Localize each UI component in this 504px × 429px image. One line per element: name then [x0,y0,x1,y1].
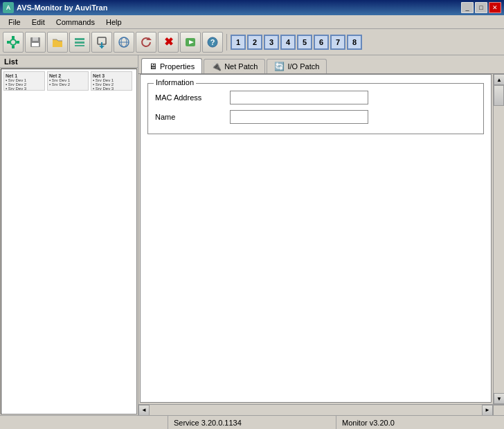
menu-file[interactable]: File [3,17,26,28]
toolbar-stop-btn[interactable]: ✖ [158,32,179,53]
status-right-text: Monitor v3.20.0 [342,419,395,427]
h-scroll-track[interactable] [150,405,482,416]
main-area: List Net 1 ▪ Srv Dev 1 ▪ Srv Dev 2 ▪ Srv… [0,55,504,415]
toolbar-num-5[interactable]: 5 [297,35,312,50]
toolbar-run-btn[interactable] [180,32,201,53]
toolbar-num-1[interactable]: 1 [231,35,246,50]
horizontal-scrollbar-area: ◄ ► [138,404,504,415]
status-left [0,416,168,429]
name-label: Name [155,113,224,121]
mac-address-row: MAC Address [155,91,476,104]
close-button[interactable]: ✕ [489,2,501,13]
tab-properties[interactable]: 🖥 Properties [141,58,202,73]
scroll-thumb[interactable] [494,85,504,106]
toolbar-help-btn[interactable]: ? [202,32,223,53]
svg-rect-2 [12,46,15,48]
svg-rect-10 [75,45,84,46]
svg-rect-7 [32,43,39,46]
scroll-up-button[interactable]: ▲ [494,74,504,85]
toolbar-num-8[interactable]: 8 [347,35,362,50]
list-header: List [0,55,138,68]
io-patch-tab-icon: 🔄 [274,62,285,71]
status-bar: Service 3.20.0.1134 Monitor v3.20.0 [0,415,504,429]
toolbar-upload-btn[interactable] [91,32,112,53]
toolbar-num-3[interactable]: 3 [264,35,279,50]
svg-rect-8 [75,38,84,40]
mac-address-input[interactable] [230,91,368,104]
tabs-bar: 🖥 Properties 🔌 Net Patch 🔄 I/O Patch [138,55,504,73]
toolbar-separator [226,34,227,51]
maximize-button[interactable]: □ [475,2,487,13]
thumbnail-net2[interactable]: Net 2 ▪ Srv Dev 1 ▪ Srv Dev 2 [47,71,89,91]
name-row: Name [155,110,476,124]
minimize-button[interactable]: _ [461,2,474,13]
status-right: Monitor v3.20.0 [336,416,504,429]
net-patch-tab-icon: 🔌 [211,62,222,71]
right-panel: 🖥 Properties 🔌 Net Patch 🔄 I/O Patch Inf… [138,55,504,415]
content-empty-space [141,134,491,402]
menu-help[interactable]: Help [100,17,127,28]
toolbar: ✖ ? 1 2 3 4 5 6 7 8 [0,29,504,55]
svg-rect-9 [75,42,84,44]
svg-rect-6 [33,37,38,41]
toolbar-num-2[interactable]: 2 [247,35,262,50]
menu-edit[interactable]: Edit [26,17,51,28]
thumbnail-net3[interactable]: Net 3 ▪ Srv Dev 1 ▪ Srv Dev 2 ▪ Srv Dev … [91,71,132,91]
io-patch-tab-label: I/O Patch [287,62,319,71]
title-bar: A AVS-Monitor by AuviTran _ □ ✕ [0,0,504,15]
menu-commands[interactable]: Commands [51,17,100,28]
name-input[interactable] [230,110,368,124]
vertical-scrollbar: ▲ ▼ [493,74,504,404]
svg-rect-1 [12,36,15,39]
toolbar-refresh-btn[interactable] [136,32,156,53]
toolbar-num-6[interactable]: 6 [314,35,329,50]
left-panel: List Net 1 ▪ Srv Dev 1 ▪ Srv Dev 2 ▪ Srv… [0,55,138,415]
title-bar-left: A AVS-Monitor by AuviTran [3,2,107,13]
tab-content-wrapper: Information MAC Address Name [138,73,504,404]
svg-rect-3 [7,41,10,44]
scroll-left-button[interactable]: ◄ [138,405,150,416]
toolbar-network-btn[interactable] [114,32,134,53]
scrollbar-corner [493,405,504,415]
scroll-down-button[interactable]: ▼ [494,393,504,404]
svg-point-0 [10,39,16,45]
list-title: List [4,57,18,66]
toolbar-settings-btn[interactable] [3,32,24,53]
tab-content: Information MAC Address Name [140,74,492,403]
mac-address-label: MAC Address [155,93,224,102]
svg-text:?: ? [210,38,215,46]
toolbar-save-btn[interactable] [25,32,46,53]
toolbar-open-btn[interactable] [47,32,68,53]
svg-rect-4 [17,41,19,44]
tab-io-patch[interactable]: 🔄 I/O Patch [267,59,327,73]
scroll-right-button[interactable]: ► [482,405,493,416]
window-title: AVS-Monitor by AuviTran [17,3,107,12]
horizontal-scrollbar: ◄ ► [138,405,493,415]
info-section-title: Information [154,78,196,86]
tab-net-patch[interactable]: 🔌 Net Patch [204,59,265,73]
status-center: Service 3.20.0.1134 [168,416,336,429]
toolbar-num-4[interactable]: 4 [280,35,296,50]
status-center-text: Service 3.20.0.1134 [174,419,242,427]
net-patch-tab-label: Net Patch [224,62,258,71]
properties-tab-icon: 🖥 [149,62,157,71]
title-bar-controls: _ □ ✕ [461,2,501,13]
toolbar-config-btn[interactable] [69,32,90,53]
info-section: Information MAC Address Name [147,83,484,134]
app-icon: A [3,2,14,13]
toolbar-num-7[interactable]: 7 [330,35,345,50]
scroll-track[interactable] [494,85,504,393]
properties-tab-label: Properties [160,62,195,71]
menu-bar: File Edit Commands Help [0,15,504,29]
thumbnail-net1[interactable]: Net 1 ▪ Srv Dev 1 ▪ Srv Dev 2 ▪ Srv Dev … [3,71,45,91]
list-content[interactable]: Net 1 ▪ Srv Dev 1 ▪ Srv Dev 2 ▪ Srv Dev … [1,69,137,414]
